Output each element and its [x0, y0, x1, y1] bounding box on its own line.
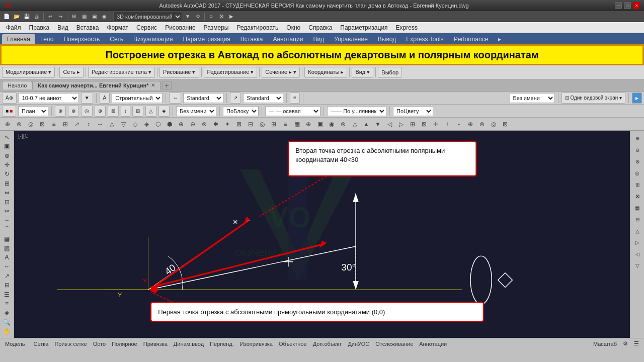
tab-mesh[interactable]: Сеть — [105, 34, 128, 44]
viewport-select2[interactable]: Без имени — [176, 106, 216, 116]
tab-insert[interactable]: Вставка — [235, 34, 268, 44]
status-object[interactable]: Объектное — [277, 341, 309, 347]
rt-10[interactable]: ▷ — [632, 237, 643, 248]
qa-misc3[interactable]: ▣ — [90, 12, 99, 21]
lt-leader[interactable]: ↗ — [2, 272, 13, 280]
qa-save[interactable]: 💾 — [22, 12, 31, 21]
mleader-icon[interactable]: ↗ — [230, 93, 241, 104]
qa-extra2[interactable]: ⊠ — [217, 12, 226, 21]
it-16[interactable]: ⊕ — [176, 119, 187, 130]
lt-pan[interactable]: ✋ — [2, 327, 13, 336]
dim-icon[interactable]: ↔ — [169, 93, 181, 104]
it-40[interactable]: - — [453, 119, 464, 130]
edit-dropdown[interactable]: Редактирование ▾ — [204, 67, 258, 78]
tab-more[interactable]: ▸ — [493, 34, 506, 44]
menu-express[interactable]: Express — [392, 22, 422, 33]
tab-solid[interactable]: Тело — [35, 34, 59, 44]
status-dynucs[interactable]: ДинУОС — [346, 341, 371, 347]
multiline-icon[interactable]: ≡ — [290, 93, 300, 104]
qa-misc4[interactable]: ◉ — [100, 12, 109, 21]
app-icon[interactable]: A — [4, 1, 13, 10]
lt-snap[interactable]: ⊕ — [2, 151, 13, 160]
qa-redo[interactable]: ↪ — [56, 12, 65, 21]
lt-hatch[interactable]: ▨ — [2, 244, 13, 252]
it-15[interactable]: ⬢ — [164, 119, 175, 130]
lt-select[interactable]: ▣ — [2, 142, 13, 150]
rt-6[interactable]: ⊠ — [632, 191, 643, 202]
qa-extra3[interactable]: ▶ — [227, 12, 236, 21]
it-12[interactable]: ◇ — [129, 119, 140, 130]
dimstyle-select[interactable]: Standard — [183, 93, 223, 103]
rt-4[interactable]: ◎ — [632, 167, 643, 178]
tab-view[interactable]: Вид — [308, 34, 329, 44]
it-36[interactable]: ⊞ — [407, 119, 418, 130]
section-dropdown[interactable]: Сечение ▸ ▾ — [262, 67, 300, 78]
status-ortho[interactable]: Орто — [91, 341, 108, 347]
view-dropdown[interactable]: Вид ▾ — [352, 67, 373, 78]
tab-annotate[interactable]: Аннотации — [268, 34, 308, 44]
it-44[interactable]: ⊠ — [500, 119, 511, 130]
misc4-icon[interactable]: ◈ — [158, 106, 170, 117]
minimize-button[interactable]: ─ — [615, 2, 622, 9]
misc2-icon[interactable]: ⊞ — [132, 106, 143, 117]
it-37[interactable]: ⊠ — [419, 119, 430, 130]
rt-7[interactable]: ▦ — [632, 202, 643, 213]
mesh-dropdown[interactable]: Сеть ▸ — [59, 67, 84, 78]
lt-zoom[interactable]: 🔍 — [2, 318, 13, 326]
tab-start[interactable]: Начало — [2, 81, 32, 89]
canvas-area[interactable]: [-][Сверху][2D-каркас] VO ОБУЧЕНИИ — [14, 131, 630, 338]
one-viewport-btn[interactable]: ⊟ Один видовой экран ▾ — [561, 93, 625, 104]
lt-rotate[interactable]: ↻ — [2, 170, 13, 178]
status-scale[interactable]: Масштаб — [591, 341, 619, 347]
lt-dim[interactable]: ↔ — [2, 262, 13, 271]
it-32[interactable]: ▲ — [361, 119, 372, 130]
it-27[interactable]: ⊕ — [303, 119, 314, 130]
tab-drawing-close[interactable]: ✕ — [151, 82, 155, 88]
it-20[interactable]: ✦ — [222, 119, 233, 130]
lt-cursor[interactable]: ↖ — [2, 133, 13, 141]
lt-fillet[interactable]: ⌒ — [2, 225, 13, 234]
status-grid[interactable]: Сетка — [31, 341, 50, 347]
menu-view[interactable]: Вид — [53, 22, 72, 33]
it-33[interactable]: ▼ — [372, 119, 383, 130]
status-misc[interactable]: ☰ — [632, 340, 641, 347]
it-14[interactable]: ⬡ — [152, 119, 164, 130]
menu-draw[interactable]: Рисование — [161, 22, 199, 33]
modeling-dropdown[interactable]: Моделирование ▾ — [2, 67, 55, 78]
maximize-button[interactable]: □ — [624, 2, 631, 9]
extra-btn[interactable]: ▸ — [632, 93, 642, 104]
it-9[interactable]: ↔ — [95, 119, 106, 130]
menu-help[interactable]: Справка — [304, 22, 336, 33]
tab-output[interactable]: Вывод — [373, 34, 401, 44]
qa-print[interactable]: 🖨 — [32, 12, 41, 21]
lt-text[interactable]: A — [2, 253, 13, 261]
lt-prop[interactable]: ≡ — [2, 299, 13, 308]
lt-extend[interactable]: → — [2, 216, 13, 225]
snap2-icon[interactable]: ⊗ — [68, 106, 79, 117]
it-18[interactable]: ⊗ — [199, 119, 210, 130]
tab-express-tools[interactable]: Express Tools — [401, 34, 448, 44]
it-39[interactable]: + — [442, 119, 453, 130]
snap3-icon[interactable]: ◎ — [81, 106, 93, 117]
plotstyle-select[interactable]: ПоЦвету — [393, 106, 433, 116]
it-6[interactable]: ⊞ — [60, 119, 71, 130]
new-tab-button[interactable]: + — [163, 81, 172, 90]
status-osnap[interactable]: Привязка — [141, 341, 170, 347]
menu-file[interactable]: Файл — [2, 22, 25, 33]
draw-dropdown[interactable]: Рисование ▾ — [159, 67, 199, 78]
it-38[interactable]: ✛ — [430, 119, 441, 130]
rt-11[interactable]: ◁ — [632, 248, 643, 259]
menu-insert[interactable]: Вставка — [72, 22, 103, 33]
tab-performance[interactable]: Performance — [449, 34, 494, 44]
qa-open[interactable]: 📂 — [12, 12, 21, 21]
tab-home[interactable]: Главная — [2, 34, 35, 44]
mleaderstyle-select[interactable]: Standard — [243, 93, 283, 103]
layer-select[interactable]: 10-0.7 не аннот — [19, 93, 79, 103]
byblock-select[interactable]: ПоБлоку — [223, 106, 259, 116]
workspace-selector[interactable]: 3D комбинированный — [113, 12, 182, 22]
qa-settings[interactable]: ⚙ — [193, 12, 202, 21]
qa-extra[interactable]: » — [207, 12, 216, 21]
status-track[interactable]: Отслеживание — [373, 341, 415, 347]
select-dropdown[interactable]: Выбор — [378, 67, 402, 78]
qa-misc1[interactable]: ⊞ — [69, 12, 78, 21]
